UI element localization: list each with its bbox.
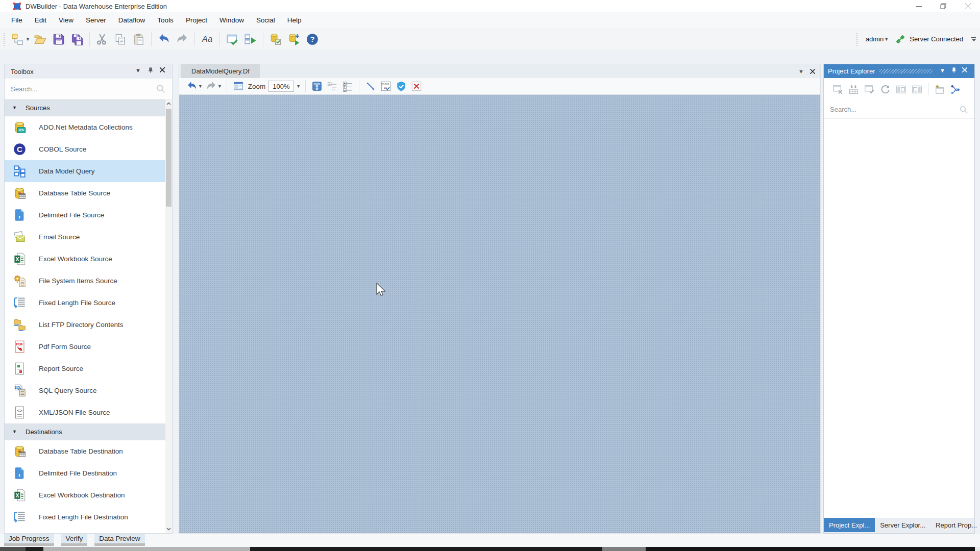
paste-icon[interactable] <box>132 33 145 46</box>
menu-server[interactable]: Server <box>80 14 112 26</box>
pe-panel-right-icon[interactable] <box>911 84 923 95</box>
minimize-button[interactable] <box>906 0 931 12</box>
restore-button[interactable] <box>931 0 955 12</box>
toolbox-item-cobol-source[interactable]: CCOBOL Source <box>5 138 165 160</box>
new-dropdown-caret-icon[interactable]: ▼ <box>26 37 30 42</box>
toolbox-item-fixed-length-file-source[interactable]: Fixed Length File Source <box>5 292 165 314</box>
delete-remove-icon[interactable] <box>411 81 422 92</box>
font-style-icon[interactable]: Aa <box>201 33 214 46</box>
pe-window-check-icon[interactable] <box>864 84 875 95</box>
zoom-caret-icon[interactable]: ▼ <box>296 84 301 89</box>
toolbox-item-data-model-query[interactable]: Data Model Query <box>5 160 165 182</box>
chevron-down-icon[interactable]: ▼ <box>940 67 948 76</box>
toolbox-item-email-source[interactable]: Email Source <box>5 226 165 248</box>
pe-tab-project-expl-[interactable]: Project Expl... <box>824 518 875 532</box>
bottom-tab-job-progress[interactable]: Job Progress <box>4 534 54 546</box>
user-menu[interactable]: admin <box>866 35 884 43</box>
toolbox-item-sql-query-source[interactable]: SQLSQL Query Source <box>5 380 165 402</box>
help-icon[interactable]: ? <box>306 33 319 46</box>
menu-dataflow[interactable]: Dataflow <box>112 14 152 26</box>
fit-height-icon[interactable] <box>311 81 323 92</box>
db-verify-icon[interactable] <box>269 33 282 46</box>
pin-icon[interactable] <box>148 67 156 76</box>
scrollbar-thumb[interactable] <box>166 109 172 207</box>
toolbox-item-database-table-destination[interactable]: Database Table Destination <box>5 440 165 462</box>
run-window-check-icon[interactable] <box>226 33 239 46</box>
pe-tab-report-prop-[interactable]: Report Prop... <box>930 518 980 532</box>
pe-import-grid-icon[interactable] <box>848 84 860 95</box>
run-dataflow-icon[interactable] <box>244 33 257 46</box>
connector-line-icon[interactable] <box>365 81 376 92</box>
data-check-icon[interactable]: 0100110 <box>380 81 391 92</box>
bottom-tab-verify[interactable]: Verify <box>61 534 88 546</box>
menu-window[interactable]: Window <box>213 14 250 26</box>
toolbox-item-delimited-file-source[interactable]: ,Delimited File Source <box>5 204 165 226</box>
pe-refresh-icon[interactable] <box>879 84 891 95</box>
toolbox-section-sources[interactable]: ▼Sources <box>5 99 165 116</box>
pin-icon[interactable] <box>951 67 959 76</box>
menu-project[interactable]: Project <box>180 14 213 26</box>
menu-help[interactable]: Help <box>281 14 308 26</box>
undo-icon[interactable] <box>157 33 170 46</box>
redo-icon[interactable] <box>206 81 217 92</box>
toolbox-item-excel-workbook-source[interactable]: XExcel Workbook Source <box>5 248 165 270</box>
zoom-value-input[interactable]: 100% <box>268 81 294 92</box>
scroll-up-icon[interactable] <box>165 99 172 108</box>
pe-branch-icon[interactable] <box>949 84 961 95</box>
toolbox-item-xml-json-file-source[interactable]: <>XML/JSON File Source <box>5 402 165 423</box>
pe-tab-server-explor-[interactable]: Server Explor... <box>875 518 930 532</box>
bottom-tab-data-preview[interactable]: Data Preview <box>94 534 144 546</box>
menu-social[interactable]: Social <box>250 14 281 26</box>
scroll-down-icon[interactable] <box>165 525 172 533</box>
close-icon[interactable] <box>160 67 168 76</box>
undo-icon[interactable] <box>186 81 198 92</box>
db-import-icon[interactable] <box>287 33 301 46</box>
tab-list-dropdown-icon[interactable]: ▼ <box>798 68 804 74</box>
save-icon[interactable] <box>52 33 65 46</box>
toolbox-item-excel-workbook-destination[interactable]: XExcel Workbook Destination <box>5 484 165 506</box>
toolbox-item-ado-net-metadata-collections[interactable]: <>ADO.Net Metadata Collections <box>5 116 165 138</box>
dropdown-caret-icon[interactable]: ▼ <box>198 84 203 89</box>
copy-icon[interactable] <box>114 33 127 46</box>
toolbox-item-report-source[interactable]: Report Source <box>5 358 165 380</box>
verify-shield-icon[interactable] <box>396 81 407 92</box>
section-collapse-icon[interactable]: ▼ <box>12 429 26 434</box>
toolbox-item-delimited-file-destination[interactable]: ,Delimited File Destination <box>5 462 165 484</box>
collapse-nodes-icon[interactable] <box>327 81 338 92</box>
menu-view[interactable]: View <box>53 14 80 26</box>
section-collapse-icon[interactable]: ▼ <box>12 105 26 110</box>
save-all-icon[interactable] <box>70 33 84 46</box>
toolbox-scrollbar[interactable] <box>165 99 172 533</box>
toolbox-item-file-system-items-source[interactable]: File System Items Source <box>5 270 165 292</box>
toolbox-search-input[interactable] <box>11 85 156 93</box>
project-explorer-tree[interactable] <box>824 119 974 518</box>
pe-window-close-icon[interactable] <box>832 84 844 95</box>
toolbox-item-pdf-form-source[interactable]: PDFPdf Form Source <box>5 336 165 358</box>
document-tab[interactable]: DataModelQuery.Df <box>181 64 260 78</box>
layout-icon[interactable] <box>233 81 244 92</box>
menu-edit[interactable]: Edit <box>29 14 53 26</box>
toolbar-overflow-icon[interactable] <box>971 37 976 41</box>
chevron-down-icon[interactable]: ▼ <box>135 67 143 76</box>
toolbox-item-list-ftp-directory-contents[interactable]: List FTP Directory Contents <box>5 314 165 336</box>
excel-workbook-icon: X <box>13 252 27 266</box>
menu-tools[interactable]: Tools <box>151 14 180 26</box>
new-dataflow-icon[interactable] <box>11 33 24 46</box>
menu-file[interactable]: File <box>5 14 29 26</box>
project-explorer-search-input[interactable] <box>830 106 959 113</box>
dataflow-canvas[interactable] <box>179 95 820 533</box>
toolbox-item-database-table-source[interactable]: Database Table Source <box>5 182 165 204</box>
toolbox-item-fixed-length-file-destination[interactable]: Fixed Length File Destination <box>5 506 165 528</box>
expand-nodes-icon[interactable] <box>342 81 353 92</box>
toolbox-section-destinations[interactable]: ▼Destinations <box>5 423 165 440</box>
cut-icon[interactable] <box>95 33 109 46</box>
pe-panel-left-icon[interactable] <box>895 84 907 95</box>
open-folder-icon[interactable] <box>34 33 47 46</box>
pe-new-dataflow-icon[interactable] <box>934 84 945 95</box>
user-menu-caret-icon[interactable]: ▼ <box>884 37 889 42</box>
close-button[interactable] <box>955 0 980 12</box>
close-icon[interactable] <box>962 67 970 76</box>
dropdown-caret-icon[interactable]: ▼ <box>217 84 222 89</box>
close-document-icon[interactable] <box>810 69 815 74</box>
redo-icon[interactable] <box>176 33 189 46</box>
